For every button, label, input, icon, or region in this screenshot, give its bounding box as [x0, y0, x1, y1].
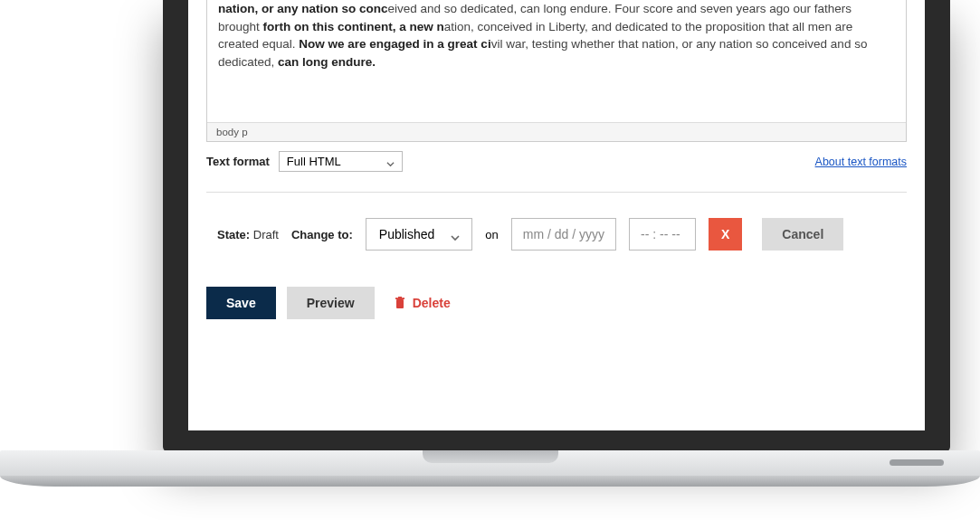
on-label: on	[485, 228, 498, 241]
rich-text-editor[interactable]: nation, or any nation so conceived and s…	[206, 0, 907, 142]
divider	[206, 192, 907, 193]
editor-element-path: body p	[207, 122, 906, 141]
preview-button[interactable]: Preview	[287, 287, 375, 319]
trash-icon	[395, 297, 405, 309]
date-input[interactable]: mm / dd / yyyy	[511, 218, 616, 251]
change-to-label: Change to:	[291, 228, 353, 241]
svg-rect-0	[396, 299, 404, 308]
text-format-select[interactable]: Full HTML	[279, 151, 403, 172]
laptop-base	[0, 450, 980, 494]
chevron-down-icon	[451, 231, 459, 239]
delete-button[interactable]: Delete	[385, 287, 460, 319]
chevron-down-icon	[386, 157, 395, 165]
text-format-label: Text format	[206, 155, 270, 168]
state-label: State:	[217, 228, 250, 241]
cancel-button[interactable]: Cancel	[762, 218, 843, 251]
change-to-select[interactable]: Published	[366, 218, 473, 251]
save-button[interactable]: Save	[206, 287, 276, 319]
clear-schedule-button[interactable]: X	[709, 218, 742, 251]
svg-rect-2	[398, 297, 402, 298]
delete-label: Delete	[413, 296, 451, 310]
change-to-value: Published	[379, 227, 435, 241]
editor-content[interactable]: nation, or any nation so conceived and s…	[207, 0, 906, 122]
about-text-formats-link[interactable]: About text formats	[815, 156, 907, 168]
time-input[interactable]: -- : -- --	[629, 218, 696, 251]
state-value: Draft	[253, 228, 279, 241]
text-format-value: Full HTML	[287, 155, 341, 168]
